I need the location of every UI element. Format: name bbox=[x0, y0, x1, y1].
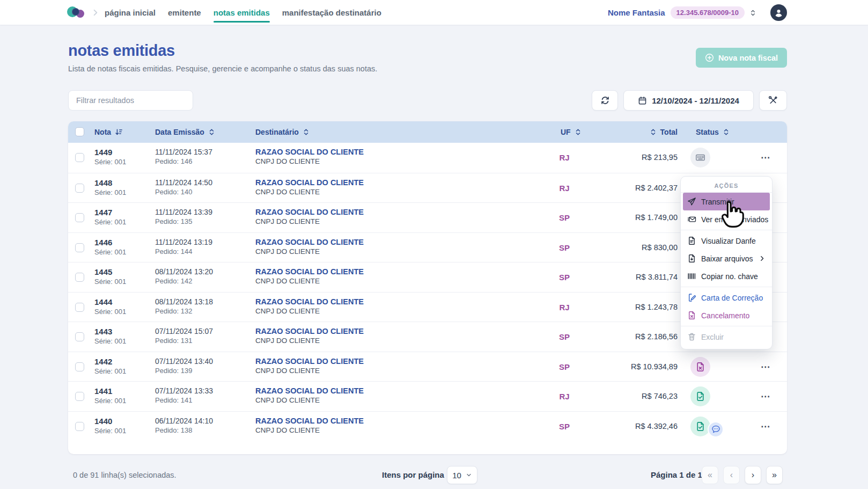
sort-icon bbox=[650, 128, 657, 136]
uf-value: SP bbox=[551, 352, 578, 382]
recipient-link[interactable]: RAZAO SOCIAL DO CLIENTE bbox=[255, 357, 364, 366]
uf-value: SP bbox=[551, 203, 578, 233]
menu-item-carta-de-corre-o[interactable]: Carta de Correção bbox=[681, 289, 772, 306]
emission-cell: 07/11/2024 15:07 Pedido: 131 bbox=[155, 327, 213, 345]
row-checkbox[interactable] bbox=[75, 153, 84, 162]
recipient-link[interactable]: RAZAO SOCIAL DO CLIENTE bbox=[255, 208, 364, 216]
nav-item-página-inicial[interactable]: página inicial bbox=[105, 0, 156, 25]
recipient-link[interactable]: RAZAO SOCIAL DO CLIENTE bbox=[255, 148, 364, 156]
row-checkbox[interactable] bbox=[75, 422, 84, 431]
new-invoice-label: Nova nota fiscal bbox=[718, 54, 778, 62]
company-name[interactable]: Nome Fantasia bbox=[608, 8, 665, 17]
sort-icon bbox=[723, 128, 730, 136]
nav-item-notas-emitidas[interactable]: notas emitidas bbox=[214, 0, 270, 25]
recipient-link[interactable]: RAZAO SOCIAL DO CLIENTE bbox=[255, 267, 364, 276]
filter-input[interactable] bbox=[68, 90, 193, 111]
row-actions-button[interactable]: ⋯ bbox=[756, 352, 775, 382]
table-row: 1448 Série: 001 11/11/2024 14:50 Pedido:… bbox=[68, 173, 787, 203]
recipient-link[interactable]: RAZAO SOCIAL DO CLIENTE bbox=[255, 238, 364, 246]
row-actions-button[interactable]: ⋯ bbox=[756, 143, 775, 173]
order-number: Pedido: 141 bbox=[155, 396, 213, 404]
date-range-button[interactable]: 12/10/2024 - 12/11/2024 bbox=[623, 90, 754, 111]
recipient-link[interactable]: RAZAO SOCIAL DO CLIENTE bbox=[255, 178, 364, 187]
row-checkbox[interactable] bbox=[75, 184, 84, 193]
row-checkbox[interactable] bbox=[75, 303, 84, 312]
table-row: 1444 Série: 001 08/11/2024 13:18 Pedido:… bbox=[68, 292, 787, 322]
table-row: 1445 Série: 001 08/11/2024 13:20 Pedido:… bbox=[68, 262, 787, 292]
header-destinatario[interactable]: Destinatário bbox=[255, 121, 310, 143]
row-checkbox[interactable] bbox=[75, 362, 84, 371]
order-number: Pedido: 132 bbox=[155, 307, 213, 315]
header-total-label: Total bbox=[660, 128, 678, 136]
emission-cell: 07/11/2024 13:33 Pedido: 141 bbox=[155, 386, 213, 404]
recipient-cnpj: CNPJ DO CLIENTE bbox=[255, 396, 364, 404]
recipient-cnpj: CNPJ DO CLIENTE bbox=[255, 337, 364, 345]
emission-datetime: 06/11/2024 14:10 bbox=[155, 417, 213, 425]
header-status[interactable]: Status bbox=[696, 121, 730, 143]
uf-value: SP bbox=[551, 322, 578, 352]
total-value: R$ 2.402,37 bbox=[635, 173, 678, 203]
recipient-link[interactable]: RAZAO SOCIAL DO CLIENTE bbox=[255, 386, 364, 395]
row-checkbox[interactable] bbox=[75, 243, 84, 252]
emission-cell: 11/11/2024 13:19 Pedido: 144 bbox=[155, 238, 212, 256]
table-body: 1449 Série: 001 11/11/2024 15:37 Pedido:… bbox=[68, 143, 787, 441]
header-status-label: Status bbox=[696, 128, 719, 136]
order-number: Pedido: 146 bbox=[155, 157, 212, 165]
app-logo-icon[interactable] bbox=[67, 5, 87, 20]
nav-item-emitente[interactable]: emitente bbox=[168, 0, 201, 25]
total-value: R$ 1.243,78 bbox=[635, 293, 678, 323]
menu-item-baixar-arquivos[interactable]: Baixar arquivos bbox=[681, 250, 772, 267]
header-data-label: Data Emissão bbox=[155, 128, 204, 136]
recipient-link[interactable]: RAZAO SOCIAL DO CLIENTE bbox=[255, 327, 364, 335]
breadcrumb-chevron-icon bbox=[91, 9, 99, 17]
status-cancelled-icon bbox=[690, 357, 710, 377]
menu-divider bbox=[681, 230, 772, 230]
nota-cell: 1444 Série: 001 bbox=[94, 297, 126, 316]
emission-datetime: 07/11/2024 13:33 bbox=[155, 386, 213, 395]
row-checkbox[interactable] bbox=[75, 392, 84, 401]
new-invoice-button[interactable]: Nova nota fiscal bbox=[696, 48, 787, 68]
emission-cell: 07/11/2024 13:40 Pedido: 139 bbox=[155, 357, 213, 375]
refresh-button[interactable] bbox=[592, 90, 618, 111]
header-data-emissao[interactable]: Data Emissão bbox=[155, 121, 215, 143]
menu-item-transmitir[interactable]: Transmitir bbox=[683, 193, 770, 210]
invoice-number: 1440 bbox=[94, 417, 126, 426]
recipient-cnpj: CNPJ DO CLIENTE bbox=[255, 157, 364, 165]
recipient-link[interactable]: RAZAO SOCIAL DO CLIENTE bbox=[255, 297, 364, 306]
order-number: Pedido: 138 bbox=[155, 426, 213, 434]
header-uf[interactable]: UF bbox=[561, 121, 582, 143]
menu-item-visualizar-danfe[interactable]: Visualizar Danfe bbox=[681, 232, 772, 250]
menu-item-ver-emails-enviados[interactable]: Ver emails enviados bbox=[681, 210, 772, 228]
next-page-button[interactable]: › bbox=[745, 466, 761, 484]
select-all-checkbox[interactable] bbox=[75, 127, 84, 136]
menu-item-copiar-no-chave[interactable]: Copiar no. chave bbox=[681, 267, 772, 285]
refresh-icon bbox=[600, 96, 610, 105]
header-total[interactable]: Total bbox=[650, 121, 678, 143]
company-switcher-chevrons-icon[interactable] bbox=[749, 9, 756, 17]
nav-item-manifestação-destinatário[interactable]: manifestação destinatário bbox=[282, 0, 381, 25]
menu-item-label: Excluir bbox=[701, 333, 724, 341]
recipient-cell: RAZAO SOCIAL DO CLIENTE CNPJ DO CLIENTE bbox=[255, 148, 364, 165]
row-checkbox[interactable] bbox=[75, 213, 84, 222]
invoice-number: 1449 bbox=[94, 148, 126, 157]
recipient-cnpj: CNPJ DO CLIENTE bbox=[255, 247, 364, 256]
header-nota[interactable]: Nota bbox=[94, 121, 123, 143]
menu-item-cancelamento[interactable]: Cancelamento bbox=[681, 306, 772, 324]
table-settings-button[interactable] bbox=[759, 90, 787, 111]
person-icon bbox=[774, 8, 784, 18]
user-avatar[interactable] bbox=[770, 4, 787, 21]
recipient-link[interactable]: RAZAO SOCIAL DO CLIENTE bbox=[255, 417, 364, 425]
submenu-chevron-right-icon bbox=[759, 255, 766, 262]
row-actions-button[interactable]: ⋯ bbox=[756, 382, 775, 412]
invoice-series: Série: 001 bbox=[94, 188, 126, 196]
last-page-button[interactable]: » bbox=[766, 466, 783, 484]
previous-page-button[interactable]: ‹ bbox=[723, 466, 740, 484]
order-number: Pedido: 142 bbox=[155, 277, 213, 285]
total-value: R$ 10.934,89 bbox=[631, 352, 678, 382]
first-page-button[interactable]: « bbox=[702, 466, 718, 484]
items-per-page-select[interactable]: 10 bbox=[447, 466, 477, 484]
row-checkbox[interactable] bbox=[75, 332, 84, 341]
row-actions-button[interactable]: ⋯ bbox=[756, 412, 775, 442]
invoice-series: Série: 001 bbox=[94, 308, 126, 316]
row-checkbox[interactable] bbox=[75, 273, 84, 282]
